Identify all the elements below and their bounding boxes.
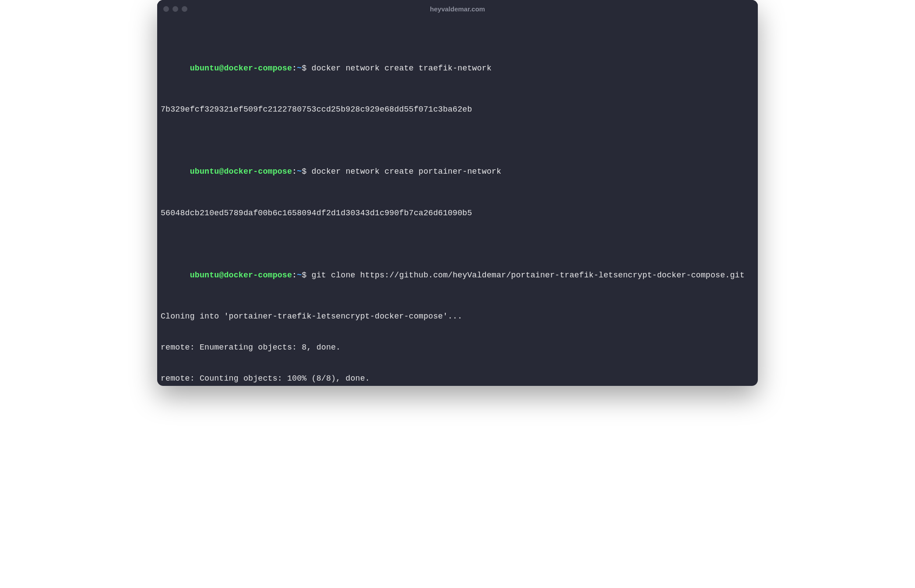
prompt-path: ~ <box>297 64 302 73</box>
output-line: 7b329efcf329321ef509fc2122780753ccd25b92… <box>161 105 754 115</box>
command-text: git clone https://github.com/heyValdemar… <box>306 271 744 280</box>
output-line: 56048dcb210ed5789daf00b6c1658094df2d1d30… <box>161 208 754 219</box>
prompt-path: ~ <box>297 167 302 176</box>
prompt-user: ubuntu@docker-compose <box>190 271 292 280</box>
prompt-dollar: $ <box>302 271 306 280</box>
prompt-sep: : <box>292 167 297 176</box>
output-line: Cloning into 'portainer-traefik-letsencr… <box>161 312 754 322</box>
titlebar: heyvaldemar.com <box>157 0 758 18</box>
prompt-dollar: $ <box>302 64 306 73</box>
prompt-sep: : <box>292 271 297 280</box>
command-text: docker network create traefik-network <box>306 64 491 73</box>
output-line: remote: Enumerating objects: 8, done. <box>161 343 754 353</box>
maximize-icon[interactable] <box>182 6 187 12</box>
terminal-body[interactable]: ubuntu@docker-compose:~$ docker network … <box>157 18 758 386</box>
command-text: docker network create portainer-network <box>306 167 501 176</box>
minimize-icon[interactable] <box>172 6 178 12</box>
prompt-dollar: $ <box>302 167 306 176</box>
terminal-window: heyvaldemar.com ubuntu@docker-compose:~$… <box>157 0 758 386</box>
prompt-path: ~ <box>297 271 302 280</box>
prompt-user: ubuntu@docker-compose <box>190 167 292 176</box>
close-icon[interactable] <box>163 6 169 12</box>
window-title: heyvaldemar.com <box>157 5 758 13</box>
output-line: remote: Counting objects: 100% (8/8), do… <box>161 374 754 384</box>
prompt-sep: : <box>292 64 297 73</box>
prompt-user: ubuntu@docker-compose <box>190 64 292 73</box>
traffic-lights <box>163 6 187 12</box>
